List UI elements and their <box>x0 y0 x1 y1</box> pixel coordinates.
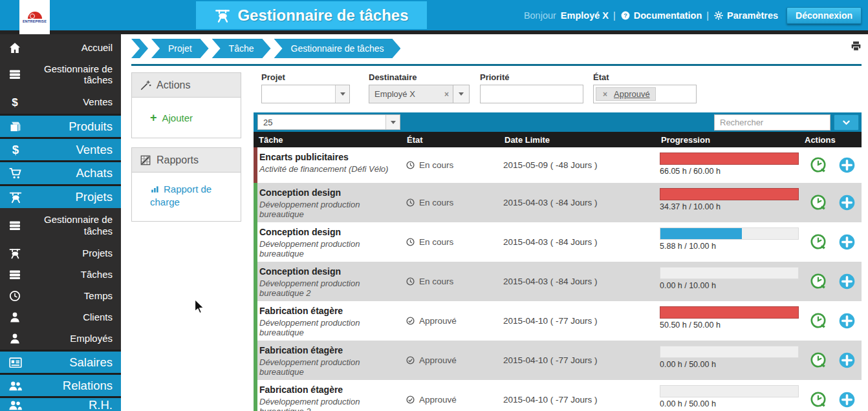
company-logo[interactable]: ENTREPRISE <box>19 0 50 34</box>
clear-recipient-icon[interactable]: × <box>440 90 453 99</box>
sidebar: Accueil Gestionnaire de tâches $ Ventes … <box>0 34 121 411</box>
column-header-tache[interactable]: Tâche <box>257 135 406 145</box>
sidebar-item-gestionnaire-de-taches[interactable]: Gestionnaire de tâches <box>0 58 121 90</box>
sidebar-item-produits[interactable]: Produits <box>0 114 121 137</box>
due-date: 2015-04-10 ( -77 Jours ) <box>503 301 660 341</box>
projector-icon <box>8 247 21 260</box>
column-header-actions[interactable]: Actions <box>803 135 862 145</box>
task-title: Fabrication étagère <box>259 306 399 317</box>
log-time-history-icon[interactable] <box>810 194 827 211</box>
progress-hours: 0.00 h / 50.00 h <box>660 360 803 369</box>
dollar-icon: $ <box>8 96 21 109</box>
table-row[interactable]: Conception design Développement producti… <box>254 183 862 222</box>
sidebar-item-employes[interactable]: Employés <box>0 328 121 350</box>
progress-bar <box>660 346 799 358</box>
sidebar-item-relations[interactable]: Relations <box>0 373 121 396</box>
card-icon <box>8 355 23 370</box>
state-label: Approuvé <box>419 395 457 405</box>
sidebar-item-r-h[interactable]: R.H. <box>0 396 121 411</box>
load-report-link[interactable]: Rapport de charge <box>150 184 212 207</box>
task-title: Conception design <box>259 227 399 238</box>
remove-state-icon[interactable]: × <box>599 90 611 99</box>
project-select[interactable] <box>261 85 350 103</box>
in-progress-clock-icon <box>406 198 415 207</box>
priority-input[interactable] <box>480 85 583 103</box>
column-header-etat[interactable]: État <box>406 135 503 145</box>
column-header-date-limite[interactable]: Date Limite <box>503 135 660 145</box>
approved-check-icon <box>406 395 415 405</box>
breadcrumb-lead-arrow <box>131 39 148 58</box>
sidebar-item-taches[interactable]: Tâches <box>0 264 121 285</box>
sidebar-item-ventes[interactable]: $ Ventes <box>0 90 121 114</box>
sidebar-item-projets[interactable]: Projets <box>0 242 121 264</box>
progress-hours: 50.50 h / 50.00 h <box>660 321 803 330</box>
add-task-button[interactable]: + Ajouter <box>150 112 232 123</box>
breadcrumb-item-tache[interactable]: Tâche <box>212 39 271 58</box>
search-options-button[interactable] <box>834 114 859 131</box>
breadcrumb: ProjetTâcheGestionnaire de tâches <box>131 39 400 58</box>
column-header-progression[interactable]: Progression <box>660 135 803 145</box>
progress-hours: 0.00 h / 10.00 h <box>660 281 803 290</box>
sidebar-item-projets[interactable]: Projets <box>0 184 121 208</box>
log-time-history-icon[interactable] <box>810 233 827 251</box>
sidebar-item-achats[interactable]: Achats <box>0 160 121 184</box>
chevron-down-icon <box>335 85 349 103</box>
in-progress-clock-icon <box>406 237 415 247</box>
recipient-select[interactable]: Employé X × <box>369 85 453 103</box>
in-progress-clock-icon <box>406 160 415 170</box>
due-date: 2015-05-09 ( -48 Jours ) <box>503 147 660 183</box>
user-icon <box>8 332 21 345</box>
user-name[interactable]: Employé X <box>561 10 609 21</box>
search-input[interactable] <box>714 114 830 131</box>
chevron-down-icon <box>841 118 851 127</box>
table-header: TâcheÉtatDate LimiteProgressionActions <box>254 132 862 147</box>
reports-panel: Rapports Rapport de charge <box>131 147 241 222</box>
add-time-icon[interactable] <box>838 156 856 174</box>
chevron-down-icon <box>385 115 400 129</box>
add-time-icon[interactable] <box>838 312 856 330</box>
add-time-icon[interactable] <box>838 273 856 290</box>
log-time-history-icon[interactable] <box>810 273 827 290</box>
sidebar-item-ventes[interactable]: $ Ventes <box>0 137 121 160</box>
projector-icon <box>8 190 23 204</box>
home-icon <box>8 41 21 54</box>
documentation-link[interactable]: ? Documentation <box>620 10 702 21</box>
page-size-select[interactable]: 25 <box>257 114 400 130</box>
sidebar-item-gestionnaire-de-taches[interactable]: Gestionnaire de tâches <box>0 208 121 242</box>
parameters-link[interactable]: Paramètres <box>713 10 778 21</box>
add-time-icon[interactable] <box>838 194 856 211</box>
task-project: Développement production bureautique <box>259 318 399 338</box>
progress-bar <box>660 153 799 165</box>
add-time-icon[interactable] <box>838 233 856 251</box>
filter-project: Projet <box>261 72 350 103</box>
table-row[interactable]: Conception design Développement producti… <box>254 262 862 301</box>
sidebar-item-accueil[interactable]: Accueil <box>0 37 121 58</box>
log-time-history-icon[interactable] <box>810 352 827 369</box>
log-time-history-icon[interactable] <box>810 391 827 408</box>
sidebar-item-salaires[interactable]: Salaires <box>0 350 121 373</box>
progress-bar <box>660 188 799 200</box>
greeting-text: Bonjour <box>524 10 556 21</box>
state-label: Approuvé <box>419 355 457 365</box>
print-icon[interactable] <box>850 40 862 52</box>
log-time-history-icon[interactable] <box>810 312 827 330</box>
table-row[interactable]: Encarts publicitaires Activité de financ… <box>254 147 862 183</box>
add-time-icon[interactable] <box>838 352 856 369</box>
breadcrumb-item-gestionnaire-de-taches[interactable]: Gestionnaire de tâches <box>274 39 401 58</box>
log-time-history-icon[interactable] <box>810 156 827 174</box>
state-multiselect[interactable]: × Approuvé <box>593 85 697 103</box>
breadcrumb-item-projet[interactable]: Projet <box>151 39 209 58</box>
task-project: Développement production bureautique 2 <box>259 397 399 411</box>
app-window: Gestionnaire de tâches Bonjour Employé X… <box>0 0 868 411</box>
sidebar-item-clients[interactable]: Clients <box>0 306 121 328</box>
table-row[interactable]: Fabrication étagère Développement produc… <box>254 380 862 411</box>
table-row[interactable]: Conception design Développement producti… <box>254 222 862 262</box>
state-label: En cours <box>419 160 453 170</box>
recipient-dropdown-button[interactable] <box>453 85 470 103</box>
table-row[interactable]: Fabrication étagère Développement produc… <box>254 301 862 341</box>
sidebar-item-temps[interactable]: Temps <box>0 285 121 306</box>
chart-grid-icon <box>140 154 151 166</box>
logout-button[interactable]: Déconnexion <box>787 7 862 24</box>
add-time-icon[interactable] <box>838 391 856 408</box>
table-row[interactable]: Fabrication étagère Développement produc… <box>254 341 862 380</box>
